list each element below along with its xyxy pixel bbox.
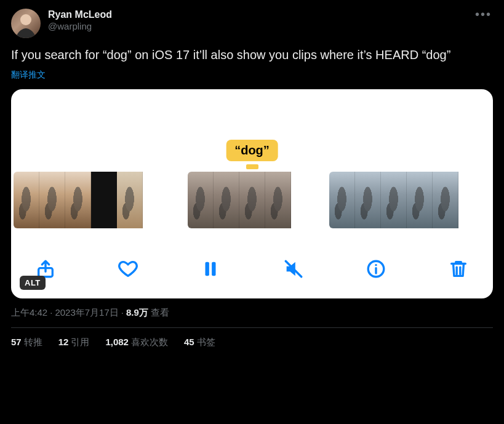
- clip-group[interactable]: [329, 172, 491, 228]
- likes-stat[interactable]: 1,082喜欢次数: [105, 337, 168, 348]
- bookmarks-stat[interactable]: 45书签: [184, 337, 215, 348]
- media-toolbar: [11, 250, 493, 287]
- tweet-text: If you search for “dog” on iOS 17 it’ll …: [11, 47, 493, 63]
- retweets-stat[interactable]: 57转推: [11, 337, 42, 348]
- caption-tick: [246, 164, 258, 169]
- avatar[interactable]: [11, 9, 41, 38]
- sep: ·: [121, 307, 124, 318]
- views-label: 查看: [151, 307, 169, 319]
- trash-button[interactable]: [445, 255, 472, 282]
- like-button[interactable]: [114, 255, 142, 282]
- svg-rect-2: [206, 262, 209, 276]
- more-button[interactable]: •••: [475, 7, 492, 22]
- info-button[interactable]: [362, 255, 390, 282]
- date[interactable]: 2023年7月17日: [55, 307, 118, 319]
- svg-point-7: [375, 264, 377, 266]
- caption-bubble: “dog”: [226, 140, 278, 161]
- tweet-meta: 上午4:42 · 2023年7月17日 · 8.9万 查看: [11, 307, 493, 319]
- tweet: Ryan McLeod @warpling ••• If you search …: [0, 0, 504, 348]
- handle[interactable]: @warpling: [48, 21, 112, 33]
- quotes-stat[interactable]: 12引用: [58, 337, 90, 348]
- clip-group[interactable]: [188, 172, 317, 228]
- display-name[interactable]: Ryan McLeod: [48, 9, 112, 21]
- pause-button[interactable]: [197, 255, 224, 282]
- translate-link[interactable]: 翻译推文: [11, 70, 493, 81]
- clip-group[interactable]: [14, 172, 175, 228]
- alt-badge[interactable]: ALT: [20, 276, 46, 290]
- media-card[interactable]: “dog”: [11, 89, 493, 298]
- author-names: Ryan McLeod @warpling: [48, 9, 112, 33]
- sep: ·: [50, 307, 52, 318]
- tweet-stats: 57转推 12引用 1,082喜欢次数 45书签: [11, 328, 493, 348]
- svg-point-0: [20, 14, 31, 25]
- svg-rect-3: [212, 262, 216, 276]
- timeline-strip[interactable]: [11, 172, 493, 228]
- tweet-header: Ryan McLeod @warpling: [11, 9, 493, 38]
- views-count[interactable]: 8.9万: [126, 307, 148, 319]
- media-inner: “dog”: [11, 89, 493, 298]
- mute-button[interactable]: [280, 255, 307, 282]
- time[interactable]: 上午4:42: [11, 307, 47, 319]
